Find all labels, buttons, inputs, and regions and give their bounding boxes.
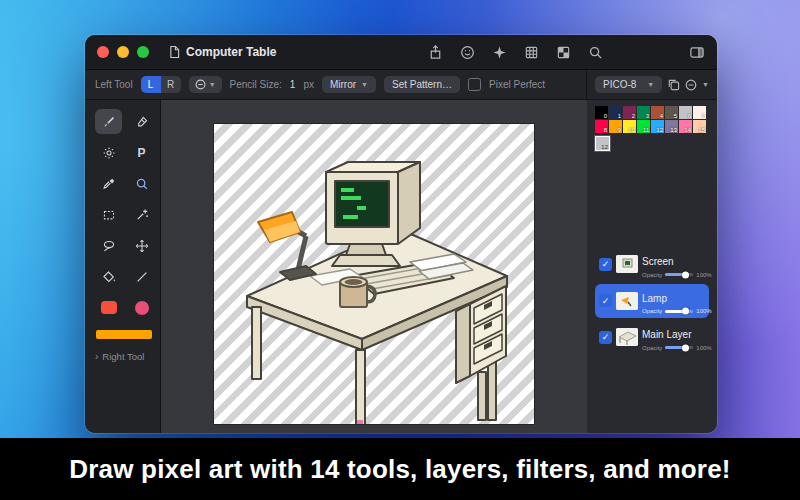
layer-name: Screen (642, 256, 674, 267)
sidebar-toggle-icon[interactable] (689, 45, 705, 60)
mirror-dropdown[interactable]: Mirror ▼ (322, 76, 376, 93)
app-window: Computer Table Left Tool L R ▼ Pencil Si (85, 35, 717, 433)
palette-dropdown[interactable]: PICO-8 ▼ (595, 76, 662, 93)
zoom-tool[interactable] (128, 171, 155, 196)
palette-swatch[interactable]: 3 (637, 106, 650, 119)
stroke-options-button[interactable]: ▼ (189, 76, 222, 93)
tool-sidebar: P (85, 100, 161, 433)
layer-thumbnail (616, 328, 638, 346)
pixel-perfect-checkbox[interactable] (468, 78, 481, 91)
palette-swatch[interactable]: 6 (679, 106, 692, 119)
right-tool-disclosure[interactable]: › Right Tool (95, 351, 160, 362)
titlebar: Computer Table (85, 35, 717, 70)
palette-swatch[interactable]: 0 (595, 106, 608, 119)
palette-swatch[interactable]: 9 (609, 120, 622, 133)
slider-knob[interactable] (682, 344, 689, 351)
move-tool[interactable] (128, 233, 155, 258)
opacity-slider[interactable] (665, 346, 693, 349)
palette-swatch[interactable]: 4 (651, 106, 664, 119)
layer-name: Main Layer (642, 329, 691, 340)
symbols-icon[interactable] (492, 45, 507, 60)
lasso-icon (102, 239, 116, 253)
palette-swatch[interactable]: 12 (651, 120, 664, 133)
opacity-slider[interactable] (665, 273, 693, 276)
pencil-tool[interactable]: P (128, 140, 155, 165)
window-title: Computer Table (186, 45, 276, 59)
pencil-size-value[interactable]: 1 (290, 79, 296, 90)
palette-swatch[interactable]: 1 (609, 106, 622, 119)
line-icon (135, 270, 149, 284)
swatch-index: 0 (604, 113, 607, 119)
eyedropper-icon (102, 177, 116, 191)
palette-swatch[interactable]: 13 (665, 120, 678, 133)
opacity-slider[interactable] (665, 310, 693, 313)
zoom-window-button[interactable] (137, 46, 149, 58)
minus-circle-icon (195, 79, 206, 90)
palette-swatch[interactable]: 14 (679, 120, 692, 133)
palette-swatch[interactable]: 5 (665, 106, 678, 119)
remove-palette-icon[interactable] (685, 79, 697, 91)
magic-wand-tool[interactable] (128, 202, 155, 227)
lighten-tool[interactable] (95, 140, 122, 165)
pencil-letter: P (137, 146, 145, 160)
brush-tool[interactable] (95, 109, 122, 134)
swatch-index: 6 (688, 113, 691, 119)
palette-swatch[interactable]: 8 (595, 120, 608, 133)
layer-row-main[interactable]: ✓ Main Layer Opacity 100% (595, 320, 709, 355)
layer-visibility-checkbox[interactable]: ✓ (599, 294, 612, 307)
share-icon[interactable] (428, 45, 443, 60)
caption-text: Draw pixel art with 14 tools, layers, fi… (69, 454, 730, 485)
palette-swatch[interactable]: 7 (693, 106, 706, 119)
move-icon (135, 239, 149, 253)
right-hand-segment[interactable]: R (161, 76, 181, 93)
palette-swatch[interactable]: 11 (637, 120, 650, 133)
layer-thumbnail (616, 255, 638, 273)
search-icon[interactable] (588, 45, 603, 60)
close-button[interactable] (97, 46, 109, 58)
eraser-icon (135, 115, 149, 129)
rect-select-tool[interactable] (95, 202, 122, 227)
line-tool[interactable] (128, 264, 155, 289)
layer-visibility-checkbox[interactable]: ✓ (599, 331, 612, 344)
tool-options-bar: Left Tool L R ▼ Pencil Size: 1 px Mirror… (85, 70, 717, 100)
swatch-index: 7 (702, 113, 705, 119)
eraser-tool[interactable] (128, 109, 155, 134)
slider-knob[interactable] (682, 308, 689, 315)
ellipse-shape-tool[interactable] (128, 295, 155, 320)
document-proxy[interactable]: Computer Table (169, 45, 276, 59)
layer-row-lamp[interactable]: ✓ Lamp Opacity 100% (595, 284, 709, 319)
left-hand-segment[interactable]: L (141, 76, 161, 93)
swatch-index: 3 (646, 113, 649, 119)
checkerboard-icon[interactable] (556, 45, 571, 60)
fill-bucket-icon (102, 270, 116, 284)
sticker-icon[interactable] (460, 45, 475, 60)
layer-visibility-checkbox[interactable]: ✓ (599, 258, 612, 271)
pixel-artwork (214, 124, 534, 424)
chevron-down-icon[interactable]: ▼ (702, 81, 709, 88)
selected-swatch[interactable]: 12 (595, 136, 610, 151)
brush-icon (102, 115, 116, 129)
current-color-bar[interactable] (96, 330, 152, 339)
pixel-canvas[interactable] (214, 124, 534, 424)
eyedropper-tool[interactable] (95, 171, 122, 196)
swatch-index: 8 (604, 127, 607, 133)
layer-thumbnail (616, 292, 638, 310)
document-icon (169, 45, 180, 59)
layer-row-screen[interactable]: ✓ Screen Opacity 100% (595, 247, 709, 282)
marquee-icon (102, 208, 116, 222)
palette-swatch[interactable]: 2 (623, 106, 636, 119)
slider-knob[interactable] (682, 271, 689, 278)
rect-shape-tool[interactable] (95, 295, 122, 320)
set-pattern-button[interactable]: Set Pattern… (384, 76, 460, 93)
pencil-size-label: Pencil Size: (230, 79, 282, 90)
pencil-size-unit: px (303, 79, 314, 90)
duplicate-palette-icon[interactable] (667, 78, 680, 91)
lasso-tool[interactable] (95, 233, 122, 258)
palette-swatch[interactable]: 10 (623, 120, 636, 133)
fill-bucket-tool[interactable] (95, 264, 122, 289)
palette-swatch[interactable]: 15 (693, 120, 706, 133)
selected-swatch-index: 12 (601, 144, 608, 150)
opacity-value: 100% (696, 272, 711, 278)
minimize-button[interactable] (117, 46, 129, 58)
grid-icon[interactable] (524, 45, 539, 60)
